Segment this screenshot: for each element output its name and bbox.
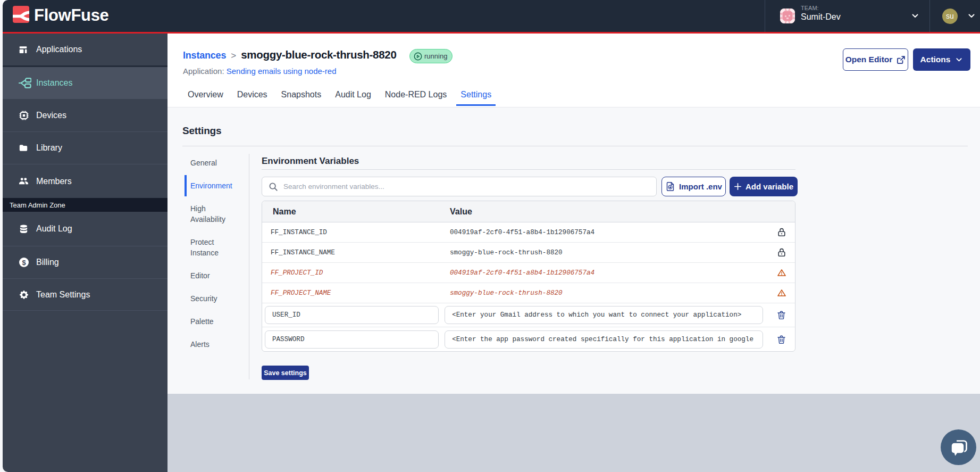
- svg-text:$: $: [22, 259, 26, 267]
